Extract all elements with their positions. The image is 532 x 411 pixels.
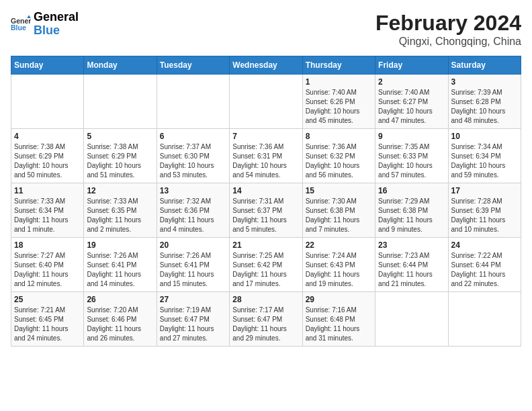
calendar-cell [11,75,84,129]
title-block: February 2024 Qingxi, Chongqing, China [375,11,521,48]
day-info: Sunrise: 7:38 AMSunset: 6:29 PMDaylight:… [14,142,81,180]
day-info: Sunrise: 7:28 AMSunset: 6:39 PMDaylight:… [451,197,518,234]
day-number: 28 [232,295,299,304]
day-info: Sunrise: 7:35 AMSunset: 6:33 PMDaylight:… [378,142,445,180]
day-info: Sunrise: 7:39 AMSunset: 6:28 PMDaylight:… [451,88,518,126]
day-number: 20 [160,240,226,250]
day-info: Sunrise: 7:24 AMSunset: 6:43 PMDaylight:… [306,251,372,289]
calendar-cell: 17Sunrise: 7:28 AMSunset: 6:39 PMDayligh… [448,183,521,238]
calendar-cell [157,75,229,129]
day-number: 24 [451,240,518,250]
day-info: Sunrise: 7:34 AMSunset: 6:34 PMDaylight:… [451,142,518,180]
day-info: Sunrise: 7:17 AMSunset: 6:47 PMDaylight:… [232,306,299,343]
day-info: Sunrise: 7:31 AMSunset: 6:37 PMDaylight:… [232,197,299,234]
calendar-header: SundayMondayTuesdayWednesdayThursdayFrid… [11,56,521,75]
day-number: 18 [14,240,81,250]
calendar-week-1: 1Sunrise: 7:40 AMSunset: 6:26 PMDaylight… [11,75,521,129]
day-info: Sunrise: 7:30 AMSunset: 6:38 PMDaylight:… [306,197,372,234]
calendar-cell: 1Sunrise: 7:40 AMSunset: 6:26 PMDaylight… [302,75,375,129]
day-info: Sunrise: 7:16 AMSunset: 6:48 PMDaylight:… [306,306,372,343]
calendar-body: 1Sunrise: 7:40 AMSunset: 6:26 PMDaylight… [11,75,521,347]
calendar-week-2: 4Sunrise: 7:38 AMSunset: 6:29 PMDaylight… [11,129,521,183]
calendar-cell [230,75,302,129]
calendar-cell: 23Sunrise: 7:23 AMSunset: 6:44 PMDayligh… [375,238,448,292]
calendar-cell: 10Sunrise: 7:34 AMSunset: 6:34 PMDayligh… [448,129,521,183]
weekday-header-sunday: Sunday [11,56,84,75]
calendar-cell: 28Sunrise: 7:17 AMSunset: 6:47 PMDayligh… [230,292,302,347]
calendar-cell: 13Sunrise: 7:32 AMSunset: 6:36 PMDayligh… [157,183,229,238]
calendar-subtitle: Qingxi, Chongqing, China [375,36,521,48]
day-number: 5 [87,132,153,141]
calendar-cell [448,292,521,347]
weekday-header-saturday: Saturday [448,56,521,75]
calendar-cell: 27Sunrise: 7:19 AMSunset: 6:47 PMDayligh… [157,292,229,347]
day-number: 23 [378,240,445,250]
day-info: Sunrise: 7:40 AMSunset: 6:27 PMDaylight:… [378,88,445,126]
day-info: Sunrise: 7:37 AMSunset: 6:30 PMDaylight:… [160,142,226,180]
weekday-header-tuesday: Tuesday [157,56,229,75]
day-info: Sunrise: 7:36 AMSunset: 6:32 PMDaylight:… [306,142,372,180]
day-number: 8 [306,132,372,141]
day-number: 13 [160,186,226,195]
day-number: 2 [378,77,445,87]
weekday-header-friday: Friday [375,56,448,75]
day-info: Sunrise: 7:29 AMSunset: 6:38 PMDaylight:… [378,197,445,234]
calendar-cell: 6Sunrise: 7:37 AMSunset: 6:30 PMDaylight… [157,129,229,183]
page-header: General Blue General Blue February 2024 … [11,11,521,48]
day-number: 26 [87,295,153,304]
calendar-cell: 25Sunrise: 7:21 AMSunset: 6:45 PMDayligh… [11,292,84,347]
day-number: 15 [306,186,372,195]
calendar-cell: 11Sunrise: 7:33 AMSunset: 6:34 PMDayligh… [11,183,84,238]
weekday-header-row: SundayMondayTuesdayWednesdayThursdayFrid… [11,56,521,75]
calendar-cell: 3Sunrise: 7:39 AMSunset: 6:28 PMDaylight… [448,75,521,129]
calendar-cell: 24Sunrise: 7:22 AMSunset: 6:44 PMDayligh… [448,238,521,292]
day-info: Sunrise: 7:27 AMSunset: 6:40 PMDaylight:… [14,251,81,289]
calendar-cell [84,75,157,129]
svg-text:Blue: Blue [11,24,26,32]
calendar-cell: 16Sunrise: 7:29 AMSunset: 6:38 PMDayligh… [375,183,448,238]
calendar-cell: 22Sunrise: 7:24 AMSunset: 6:43 PMDayligh… [302,238,375,292]
calendar-cell: 4Sunrise: 7:38 AMSunset: 6:29 PMDaylight… [11,129,84,183]
calendar-cell: 18Sunrise: 7:27 AMSunset: 6:40 PMDayligh… [11,238,84,292]
logo-icon: General Blue [11,14,31,34]
weekday-header-monday: Monday [84,56,157,75]
calendar-cell: 20Sunrise: 7:26 AMSunset: 6:41 PMDayligh… [157,238,229,292]
calendar-cell: 19Sunrise: 7:26 AMSunset: 6:41 PMDayligh… [84,238,157,292]
logo: General Blue General Blue [11,11,79,38]
calendar-cell [375,292,448,347]
calendar-cell: 26Sunrise: 7:20 AMSunset: 6:46 PMDayligh… [84,292,157,347]
calendar-cell: 5Sunrise: 7:38 AMSunset: 6:29 PMDaylight… [84,129,157,183]
calendar-cell: 2Sunrise: 7:40 AMSunset: 6:27 PMDaylight… [375,75,448,129]
logo-blue: Blue [34,24,79,38]
calendar-cell: 8Sunrise: 7:36 AMSunset: 6:32 PMDaylight… [302,129,375,183]
calendar-week-4: 18Sunrise: 7:27 AMSunset: 6:40 PMDayligh… [11,238,521,292]
day-info: Sunrise: 7:40 AMSunset: 6:26 PMDaylight:… [306,88,372,126]
day-info: Sunrise: 7:22 AMSunset: 6:44 PMDaylight:… [451,251,518,289]
day-info: Sunrise: 7:25 AMSunset: 6:42 PMDaylight:… [232,251,299,289]
day-number: 29 [306,295,372,304]
day-number: 21 [232,240,299,250]
calendar-cell: 12Sunrise: 7:33 AMSunset: 6:35 PMDayligh… [84,183,157,238]
day-info: Sunrise: 7:20 AMSunset: 6:46 PMDaylight:… [87,306,153,343]
calendar-cell: 9Sunrise: 7:35 AMSunset: 6:33 PMDaylight… [375,129,448,183]
day-number: 12 [87,186,153,195]
day-info: Sunrise: 7:26 AMSunset: 6:41 PMDaylight:… [160,251,226,289]
day-number: 25 [14,295,81,304]
day-number: 16 [378,186,445,195]
day-number: 19 [87,240,153,250]
day-number: 7 [232,132,299,141]
day-number: 17 [451,186,518,195]
day-number: 9 [378,132,445,141]
day-number: 11 [14,186,81,195]
calendar-table: SundayMondayTuesdayWednesdayThursdayFrid… [11,56,521,347]
calendar-cell: 29Sunrise: 7:16 AMSunset: 6:48 PMDayligh… [302,292,375,347]
day-info: Sunrise: 7:38 AMSunset: 6:29 PMDaylight:… [87,142,153,180]
day-info: Sunrise: 7:32 AMSunset: 6:36 PMDaylight:… [160,197,226,234]
logo-text: General Blue [34,11,79,38]
day-number: 6 [160,132,226,141]
day-info: Sunrise: 7:26 AMSunset: 6:41 PMDaylight:… [87,251,153,289]
day-number: 3 [451,77,518,87]
day-info: Sunrise: 7:33 AMSunset: 6:35 PMDaylight:… [87,197,153,234]
weekday-header-wednesday: Wednesday [230,56,302,75]
day-info: Sunrise: 7:33 AMSunset: 6:34 PMDaylight:… [14,197,81,234]
